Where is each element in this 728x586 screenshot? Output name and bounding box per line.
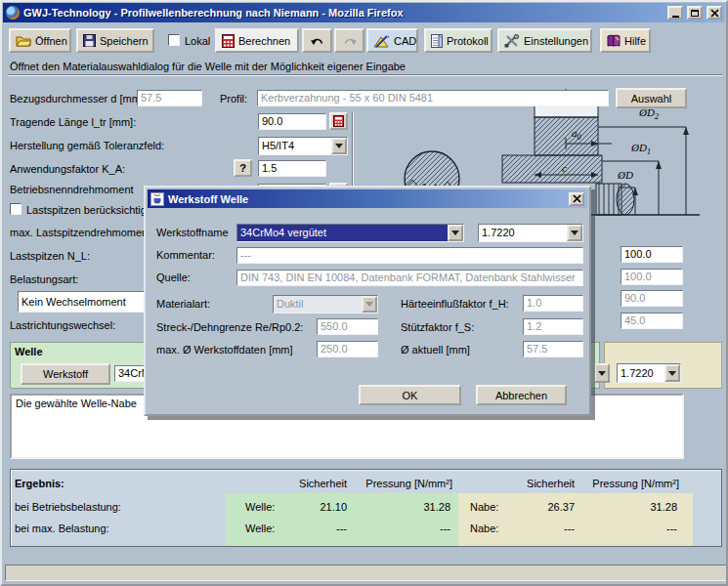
dim-d2-label: ØD2 (639, 106, 659, 121)
minimize-button[interactable] (667, 6, 683, 20)
quelle-label: Quelle: (156, 272, 191, 283)
cad-button[interactable]: CAD (366, 28, 418, 53)
status-bar (5, 565, 727, 581)
protokoll-button[interactable]: Protokoll (424, 28, 492, 53)
value-field-1[interactable]: 100.0 (621, 246, 683, 263)
dim-d1-label: ØD1 (631, 142, 651, 156)
tragende-laenge-field[interactable]: 90.0 (258, 113, 326, 130)
row2-nabe-label: Nabe: (470, 523, 498, 534)
statusline-hint: Öffnet den Materialauswahldialog für die… (10, 61, 406, 72)
durchmesser-aktuell-field[interactable]: 57.5 (523, 341, 583, 357)
close-button[interactable] (707, 6, 722, 20)
durchmesser-aktuell-label: Ø aktuell [mm] (401, 344, 470, 356)
undo-icon (310, 35, 325, 47)
divider (352, 111, 354, 186)
bezugsdurchmesser-label: Bezugsdurchmesser d [mm]: (10, 93, 147, 105)
maximize-icon (691, 10, 699, 17)
nabe-nummer-select[interactable]: 1.7220 (617, 363, 681, 383)
cancel-button[interactable]: Abbrechen (476, 385, 567, 405)
streckgrenze-field[interactable]: 550.0 (317, 318, 378, 335)
dialog-close-button[interactable] (569, 192, 584, 206)
werkstoffname-select[interactable]: 34CrMo4 vergütet (236, 224, 464, 242)
lastspitzen-check-label: Lastspitzen berücksichtigen (26, 204, 158, 216)
minimize-icon (672, 16, 679, 18)
dialog-title-bar: Werkstoff Welle (148, 189, 587, 208)
werkstoff-dialog: Werkstoff Welle Werkstoffname 34CrMo4 ve… (144, 186, 591, 416)
auswahl-button[interactable]: Auswahl (616, 88, 687, 108)
ok-button[interactable]: OK (359, 385, 461, 405)
value-field-3[interactable]: 90.0 (621, 290, 683, 307)
chevron-down-icon (362, 296, 377, 313)
haerteeinflussfaktor-field[interactable]: 1.0 (523, 295, 583, 312)
lokal-checkbox[interactable] (168, 34, 180, 46)
window-title: GWJ-Technology - Profilwellenberechnung … (23, 7, 664, 19)
toleranzfeld-select[interactable]: H5/IT4 (258, 137, 348, 155)
save-label: Speichern (100, 35, 149, 47)
col-sicherheit-nabe: Sicherheit (516, 478, 575, 489)
tragende-calc-button[interactable] (329, 112, 348, 130)
nabe-chevron-down-icon[interactable] (594, 363, 610, 383)
chevron-down-icon[interactable] (331, 138, 347, 154)
save-button[interactable]: Speichern (76, 28, 154, 53)
werkstoffname-label: Werkstoffname (156, 227, 229, 238)
row1-welle-pressung: 31.28 (372, 501, 450, 513)
chevron-down-icon[interactable] (664, 364, 680, 382)
undo-button[interactable] (302, 28, 332, 53)
max-lastspitzen-label: max. Lastspitzendrehmoment (10, 227, 150, 238)
row2-nabe-pressung: --- (599, 523, 677, 534)
dim-d-label: ØD (618, 169, 633, 181)
quelle-field[interactable]: DIN 743, DIN EN 10084, Datenbank FORMAT,… (236, 270, 583, 286)
stuetzfaktor-field[interactable]: 1.2 (523, 318, 583, 335)
title-bar: GWJ-Technology - Profilwellenberechnung … (3, 3, 725, 22)
tools-icon (504, 34, 520, 48)
tragende-laenge-label: Tragende Länge l_tr [mm]: (10, 116, 136, 128)
divider (8, 74, 722, 76)
close-icon (710, 9, 719, 18)
row1-nabe-label: Nabe: (470, 501, 498, 513)
einstellungen-label: Einstellungen (524, 35, 588, 47)
value-field-2[interactable]: 100.0 (621, 269, 683, 285)
anwendungsfaktor-field[interactable]: 1.5 (258, 160, 326, 177)
kommentar-field[interactable]: --- (236, 247, 583, 264)
row2-nabe-sicherheit: --- (516, 523, 575, 534)
lastspitzen-checkbox[interactable] (10, 203, 21, 215)
kommentar-label: Kommentar: (156, 249, 215, 261)
einstellungen-button[interactable]: Einstellungen (497, 28, 592, 53)
calculator-icon (222, 34, 235, 48)
max-durchmesser-field[interactable]: 250.0 (317, 341, 378, 357)
anwendungsfaktor-help-button[interactable]: ? (234, 159, 252, 177)
werkstoff-button[interactable]: Werkstoff (21, 363, 110, 385)
value-field-4[interactable]: 45.0 (621, 313, 683, 329)
dim-c-label: c (562, 162, 567, 174)
calculator-icon (333, 115, 344, 127)
maximize-button[interactable] (687, 6, 703, 20)
betriebsnenndrehmoment-label: Betriebsnenndrehmoment (10, 184, 134, 195)
row2-label: bei max. Belastung: (15, 523, 109, 534)
close-icon (573, 194, 581, 203)
profil-field[interactable]: Kerbverzahnung - 55 x 60 DIN 5481 (257, 90, 609, 106)
cad-label: CAD (394, 35, 416, 47)
row1-welle-label: Welle: (245, 501, 275, 513)
chevron-down-icon[interactable] (448, 225, 463, 241)
anwendungsfaktor-label: Anwendungsfaktor K_A: (10, 163, 125, 175)
werkstoffnummer-select[interactable]: 1.7220 (478, 224, 583, 242)
open-button[interactable]: Öffnen (9, 28, 71, 53)
folder-icon (16, 34, 31, 47)
hilfe-button[interactable]: Hilfe (600, 28, 651, 53)
materialart-select: Duktil (273, 295, 378, 314)
open-label: Öffnen (35, 35, 67, 47)
results-title: Ergebnis: (15, 478, 64, 489)
app-window: GWJ-Technology - Profilwellenberechnung … (0, 0, 728, 586)
toleranzfeld-label: Herstellung gemäß Toleranzfeld: (10, 140, 164, 151)
bezugsdurchmesser-field[interactable]: 57.5 (137, 90, 202, 106)
hilfe-label: Hilfe (624, 35, 646, 47)
floppy-icon (83, 34, 96, 47)
redo-button[interactable] (334, 28, 364, 53)
row2-welle-label: Welle: (245, 523, 275, 534)
welle-panel-title: Welle (15, 346, 43, 357)
chevron-down-icon[interactable] (567, 225, 582, 241)
berechnen-button[interactable]: Berechnen (215, 28, 299, 53)
belastungsart-select[interactable]: Kein Wechselmoment (18, 291, 150, 313)
lastspitzen-nl-label: Lastspitzen N_L: (10, 250, 90, 262)
berechnen-label: Berechnen (238, 35, 290, 47)
